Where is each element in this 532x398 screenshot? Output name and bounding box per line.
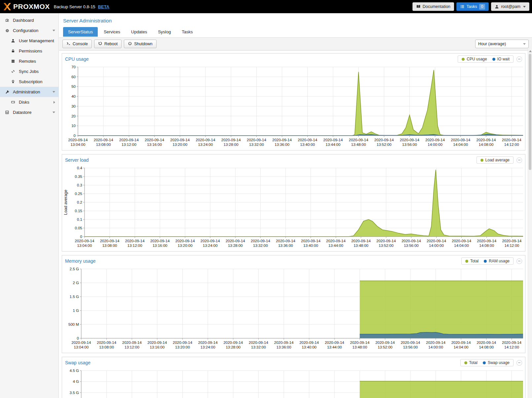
- svg-text:13:24:00: 13:24:00: [198, 143, 213, 147]
- svg-text:13:16:00: 13:16:00: [153, 244, 167, 248]
- sidebar-item-administration[interactable]: Administration: [0, 87, 58, 97]
- panel-server-load: Server load Load average Load average202…: [62, 154, 525, 251]
- legend-label: Total: [469, 360, 478, 365]
- legend-item-total[interactable]: Total: [464, 360, 478, 365]
- sidebar-item-label: Subscription: [19, 79, 43, 84]
- svg-text:13:04:00: 13:04:00: [74, 345, 89, 349]
- svg-text:2020-09-14: 2020-09-14: [477, 138, 496, 142]
- gear-icon: [4, 28, 10, 33]
- svg-text:2020-09-14: 2020-09-14: [226, 239, 245, 243]
- svg-text:50: 50: [71, 84, 76, 88]
- svg-text:70: 70: [71, 65, 76, 69]
- sidebar-item-label: Administration: [13, 89, 40, 94]
- svg-text:2020-09-14: 2020-09-14: [301, 239, 320, 243]
- tab-tasks[interactable]: Tasks: [177, 27, 197, 37]
- tab-syslog[interactable]: Syslog: [153, 27, 176, 37]
- svg-text:13:04:00: 13:04:00: [71, 143, 86, 147]
- svg-text:13:32:00: 13:32:00: [251, 345, 266, 349]
- top-actions: Documentation Tasks 0 root@pam: [412, 2, 529, 11]
- sidebar-item-remotes[interactable]: Remotes: [0, 56, 58, 66]
- svg-text:2020-09-14: 2020-09-14: [221, 138, 241, 142]
- svg-text:2020-09-14: 2020-09-14: [276, 239, 295, 243]
- legend-label: IO wait: [497, 57, 510, 61]
- sidebar-item-sync-jobs[interactable]: Sync Jobs: [0, 66, 58, 77]
- legend-item-swap-usage[interactable]: Swap usage: [483, 360, 510, 365]
- svg-text:14:08:00: 14:08:00: [479, 345, 494, 349]
- svg-text:2020-09-14: 2020-09-14: [170, 138, 190, 142]
- remotes-icon: [10, 59, 16, 63]
- svg-text:2.5 G: 2.5 G: [70, 267, 79, 271]
- legend-label: Swap usage: [488, 360, 510, 365]
- documentation-button[interactable]: Documentation: [412, 2, 454, 11]
- svg-text:0.2: 0.2: [77, 200, 82, 204]
- svg-text:2020-09-14: 2020-09-14: [326, 239, 346, 243]
- legend-label: RAM usage: [489, 259, 510, 263]
- svg-text:13:36:00: 13:36:00: [276, 345, 291, 349]
- toolbar: Console Reboot Shutdown Hour (average): [59, 37, 532, 50]
- tab-updates[interactable]: Updates: [126, 27, 152, 37]
- svg-text:14:08:00: 14:08:00: [479, 244, 494, 248]
- panel-title: CPU usage: [65, 56, 458, 62]
- tasks-button[interactable]: Tasks 0: [456, 2, 489, 11]
- collapse-panel-button[interactable]: [516, 258, 522, 264]
- tab-serverstatus[interactable]: ServerStatus: [63, 27, 98, 37]
- svg-text:2020-09-14: 2020-09-14: [251, 239, 270, 243]
- svg-text:13:28:00: 13:28:00: [228, 244, 243, 248]
- collapse-panel-button[interactable]: [516, 56, 522, 62]
- scrollbar[interactable]: [528, 49, 532, 398]
- sidebar-item-datastore[interactable]: Datastore: [0, 107, 58, 117]
- svg-text:2020-09-14: 2020-09-14: [125, 239, 145, 243]
- collapse-panel-button[interactable]: [516, 360, 522, 366]
- subscription-icon: [10, 80, 16, 84]
- sidebar-item-permissions[interactable]: Permissions: [0, 46, 58, 56]
- svg-text:2020-09-14: 2020-09-14: [122, 341, 142, 345]
- sidebar-item-subscription[interactable]: Subscription: [0, 77, 58, 87]
- legend-item-io-wait[interactable]: IO wait: [492, 57, 510, 61]
- sidebar: Dashboard Configuration User Management: [0, 13, 59, 398]
- tasks-count-badge: 0: [479, 4, 485, 10]
- svg-text:13:44:00: 13:44:00: [326, 143, 340, 147]
- svg-text:2020-09-14: 2020-09-14: [425, 138, 445, 142]
- beta-link[interactable]: BETA: [98, 4, 109, 9]
- collapse-panel-button[interactable]: [516, 157, 522, 163]
- svg-text:2 G: 2 G: [73, 281, 79, 285]
- svg-text:2020-09-14: 2020-09-14: [451, 138, 470, 142]
- svg-text:13:24:00: 13:24:00: [203, 244, 218, 248]
- chevron-down-icon: [53, 112, 55, 113]
- legend-item-total[interactable]: Total: [465, 259, 479, 263]
- svg-text:40: 40: [71, 94, 76, 98]
- timeframe-select[interactable]: Hour (average): [475, 40, 529, 48]
- timeframe-value: Hour (average): [478, 42, 506, 46]
- console-button[interactable]: Console: [62, 40, 92, 48]
- svg-text:2020-09-14: 2020-09-14: [119, 138, 139, 142]
- svg-text:2020-09-14: 2020-09-14: [451, 341, 471, 345]
- sidebar-item-configuration[interactable]: Configuration: [0, 25, 58, 36]
- svg-text:Load average: Load average: [63, 190, 68, 215]
- svg-text:2020-09-14: 2020-09-14: [198, 341, 218, 345]
- legend-item-load-average[interactable]: Load average: [480, 158, 510, 162]
- sidebar-item-label: Dashboard: [13, 18, 34, 23]
- console-label: Console: [73, 42, 88, 46]
- sidebar-item-disks[interactable]: Disks: [0, 97, 58, 107]
- chevron-right-icon: [53, 101, 55, 104]
- scrollbar-thumb[interactable]: [529, 54, 531, 170]
- svg-text:2020-09-14: 2020-09-14: [94, 138, 113, 142]
- scroll-up-arrow-icon[interactable]: [529, 50, 532, 52]
- legend-item-cpu-usage[interactable]: CPU usage: [462, 57, 487, 61]
- sidebar-item-dashboard[interactable]: Dashboard: [0, 15, 58, 25]
- shutdown-button[interactable]: Shutdown: [124, 40, 157, 48]
- user-menu-button[interactable]: root@pam: [491, 2, 529, 11]
- tab-services[interactable]: Services: [99, 27, 125, 37]
- svg-text:0: 0: [80, 235, 82, 239]
- svg-text:14:00:00: 14:00:00: [429, 244, 444, 248]
- sidebar-item-user-management[interactable]: User Management: [0, 36, 58, 46]
- legend-item-ram-usage[interactable]: RAM usage: [484, 259, 510, 263]
- documentation-label: Documentation: [423, 4, 450, 9]
- panel-header: Memory usage Total RAM usage: [62, 255, 525, 266]
- svg-text:1 G: 1 G: [73, 309, 79, 313]
- svg-text:13:52:00: 13:52:00: [377, 143, 392, 147]
- svg-text:2020-09-14: 2020-09-14: [175, 239, 195, 243]
- reboot-button[interactable]: Reboot: [94, 40, 122, 48]
- svg-text:2020-09-14: 2020-09-14: [272, 138, 292, 142]
- svg-text:13:08:00: 13:08:00: [99, 345, 114, 349]
